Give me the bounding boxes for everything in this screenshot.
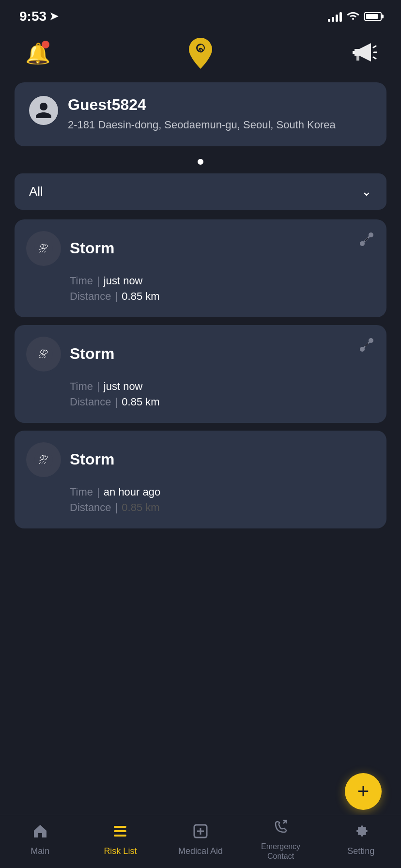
time-value: an hour ago: [104, 486, 160, 498]
user-profile-card[interactable]: Guest5824 2-181 Daesin-dong, Seodaemun-g…: [15, 82, 386, 146]
risk-type-label: Storm: [70, 345, 114, 363]
add-fab-button[interactable]: +: [345, 773, 382, 810]
risk-card[interactable]: ⛈ Storm Time | an hour ago Distance | 0.…: [15, 431, 386, 528]
time-label: Time: [70, 486, 93, 498]
app-header: 🔔: [0, 29, 401, 82]
avatar: [29, 96, 58, 125]
nav-medical-label: Medical Aid: [178, 846, 223, 856]
user-avatar-icon: [34, 101, 53, 120]
risk-details: Time | just now Distance | 0.85 km: [26, 380, 375, 408]
location-arrow-icon: ➤: [49, 10, 58, 23]
megaphone-button[interactable]: [350, 40, 377, 66]
time-row: Time | just now: [70, 380, 375, 393]
notification-badge: [42, 41, 49, 48]
megaphone-icon: [350, 40, 377, 64]
carousel-dot-active: [198, 159, 203, 165]
svg-rect-20: [114, 830, 126, 832]
distance-row: Distance | 0.85 km: [70, 290, 375, 303]
status-time: 9:53 ➤: [19, 9, 58, 24]
time-value: just now: [104, 275, 143, 287]
time-label: Time: [70, 380, 93, 393]
satellite-pin-icon: [358, 231, 375, 249]
svg-rect-21: [114, 835, 126, 837]
status-bar: 9:53 ➤: [0, 0, 401, 29]
storm-icon: ⛈: [26, 337, 61, 372]
risk-card-header: ⛈ Storm: [26, 337, 375, 372]
username: Guest5824: [68, 96, 372, 114]
svg-text:⛈: ⛈: [39, 243, 48, 254]
time-display: 9:53: [19, 9, 46, 24]
chevron-down-icon: ⌄: [361, 184, 372, 199]
nav-item-setting[interactable]: Setting: [329, 823, 392, 856]
nav-main-label: Main: [31, 846, 49, 856]
fab-label: +: [357, 780, 370, 803]
bottom-navigation: Main Risk List Medical Aid: [0, 815, 401, 868]
svg-line-1: [373, 46, 376, 47]
distance-row: Distance | 0.85 km: [70, 501, 375, 514]
separator: |: [97, 275, 100, 287]
filter-selected-value: All: [29, 184, 43, 199]
svg-point-14: [360, 347, 365, 352]
nav-setting-label: Setting: [347, 846, 374, 856]
risk-card[interactable]: ⛈ Storm Time | just now Di: [15, 219, 386, 317]
nav-item-risk-list[interactable]: Risk List: [89, 823, 152, 856]
risk-type-label: Storm: [70, 239, 114, 257]
user-address: 2-181 Daesin-dong, Seodaemun-gu, Seoul, …: [68, 118, 372, 133]
risk-details: Time | an hour ago Distance | 0.85 km: [26, 486, 375, 514]
time-row: Time | just now: [70, 275, 375, 287]
svg-text:⛈: ⛈: [39, 454, 48, 465]
carousel-indicator: [0, 154, 401, 173]
app-logo: [181, 34, 220, 73]
risk-card-header: ⛈ Storm: [26, 442, 375, 477]
distance-value: 0.85 km: [122, 290, 159, 303]
risk-list-icon: [112, 823, 128, 843]
risk-type-label: Storm: [70, 450, 114, 468]
status-icons: [328, 10, 382, 23]
logo-svg: [181, 34, 220, 73]
time-row: Time | an hour ago: [70, 486, 375, 498]
storm-icon: ⛈: [26, 442, 61, 477]
risk-title-row: ⛈ Storm: [26, 442, 114, 477]
separator: |: [115, 290, 118, 303]
svg-point-8: [360, 241, 365, 246]
distance-label: Distance: [70, 290, 111, 303]
svg-rect-22: [114, 826, 118, 828]
risk-list: ⛈ Storm Time | just now Di: [0, 219, 401, 606]
distance-value: 0.85 km: [122, 501, 159, 514]
risk-title-row: ⛈ Storm: [26, 337, 114, 372]
battery-icon: [364, 12, 382, 21]
home-icon: [32, 823, 48, 843]
svg-line-3: [373, 57, 376, 59]
svg-text:⛈: ⛈: [39, 349, 48, 359]
nav-risk-list-label: Risk List: [104, 846, 137, 856]
risk-card[interactable]: ⛈ Storm Time | just now Di: [15, 325, 386, 423]
nav-item-emergency-contact[interactable]: EmergencyContact: [249, 819, 312, 860]
risk-title-row: ⛈ Storm: [26, 231, 114, 266]
distance-row: Distance | 0.85 km: [70, 396, 375, 408]
filter-dropdown[interactable]: All ⌄: [15, 173, 386, 210]
risk-details: Time | just now Distance | 0.85 km: [26, 275, 375, 303]
distance-value: 0.85 km: [122, 396, 159, 408]
medical-aid-icon: [192, 823, 209, 843]
time-label: Time: [70, 275, 93, 287]
storm-icon: ⛈: [26, 231, 61, 266]
wifi-icon: [347, 10, 359, 23]
time-value: just now: [104, 380, 143, 393]
satellite-pin-icon: [358, 337, 375, 355]
settings-gear-icon: [353, 823, 369, 843]
distance-label: Distance: [70, 501, 111, 514]
signal-icon: [328, 11, 342, 22]
emergency-contact-icon: [273, 819, 289, 839]
notification-bell-button[interactable]: 🔔: [24, 40, 51, 67]
svg-point-7: [369, 232, 373, 237]
distance-label: Distance: [70, 396, 111, 408]
svg-point-13: [369, 338, 373, 343]
user-info: Guest5824 2-181 Daesin-dong, Seodaemun-g…: [68, 96, 372, 133]
nav-item-main[interactable]: Main: [9, 823, 72, 856]
nav-emergency-label: EmergencyContact: [261, 842, 300, 860]
nav-item-medical-aid[interactable]: Medical Aid: [169, 823, 232, 856]
risk-card-header: ⛈ Storm: [26, 231, 375, 266]
